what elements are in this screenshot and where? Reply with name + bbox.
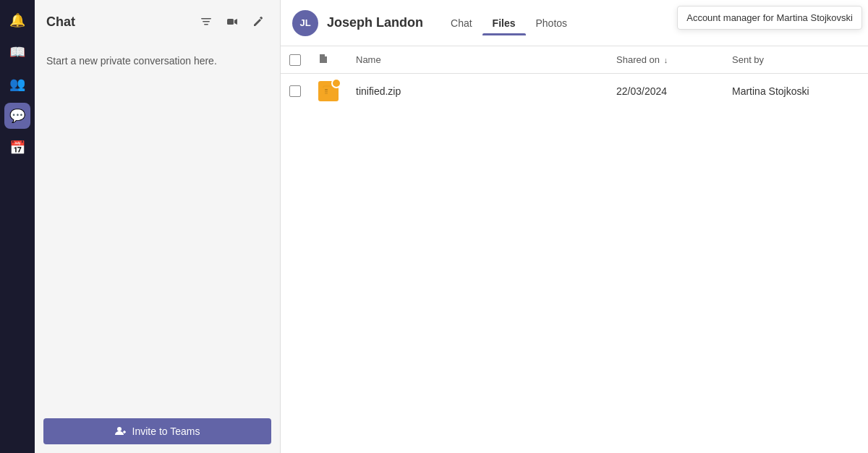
col-sent-label: Sent by bbox=[732, 54, 764, 65]
contact-name: Joseph Landon bbox=[327, 15, 423, 30]
main-panel: JL Joseph Landon Chat Files Photos bbox=[281, 0, 868, 453]
file-name-cell[interactable]: tinified.zip bbox=[347, 74, 608, 109]
people-icon[interactable]: 👥 bbox=[4, 71, 30, 97]
files-content: Name Shared on ↓ Sent by bbox=[281, 46, 868, 453]
chat-nav-icon[interactable]: 💬 bbox=[4, 103, 30, 129]
sidebar-header: Chat bbox=[35, 0, 280, 43]
svg-point-4 bbox=[117, 427, 122, 431]
sidebar-title: Chat bbox=[46, 14, 75, 30]
col-header-name[interactable]: Name bbox=[347, 46, 608, 74]
file-sender-cell: Martina Stojkoski bbox=[723, 74, 868, 109]
tab-chat[interactable]: Chat bbox=[441, 12, 482, 35]
contact-avatar: JL bbox=[292, 10, 318, 36]
svg-rect-5 bbox=[323, 87, 334, 96]
invite-icon bbox=[115, 426, 127, 437]
avatar-initials: JL bbox=[299, 17, 310, 28]
tooltip: Account manager for Martina Stojkovski bbox=[677, 6, 862, 30]
files-table: Name Shared on ↓ Sent by bbox=[281, 46, 868, 109]
left-nav: 🔔 📖 👥 💬 📅 bbox=[0, 0, 35, 453]
calendar-icon[interactable]: 📅 bbox=[4, 135, 30, 161]
sidebar: Chat Start a new privat bbox=[35, 0, 281, 453]
svg-rect-8 bbox=[325, 91, 328, 93]
tab-photos[interactable]: Photos bbox=[526, 12, 578, 35]
col-shared-label: Shared on bbox=[616, 54, 660, 65]
col-header-shared-on[interactable]: Shared on ↓ bbox=[608, 46, 723, 74]
file-date: 22/03/2024 bbox=[616, 85, 667, 97]
filter-icon bbox=[200, 16, 212, 27]
svg-rect-1 bbox=[203, 21, 210, 22]
invite-button-label: Invite to Teams bbox=[132, 426, 200, 437]
table-row: tinified.zip 22/03/2024 Martina Stojkosk… bbox=[281, 74, 868, 109]
compose-icon bbox=[252, 16, 264, 27]
tooltip-text: Account manager for Martina Stojkovski bbox=[686, 12, 853, 23]
sidebar-actions bbox=[196, 12, 268, 32]
sidebar-empty-text: Start a new private conversation here. bbox=[35, 43, 280, 78]
svg-rect-7 bbox=[325, 89, 328, 90]
invite-to-teams-button[interactable]: Invite to Teams bbox=[43, 418, 271, 444]
file-icon-wrapper bbox=[318, 81, 339, 101]
video-icon bbox=[226, 16, 238, 27]
col-header-sent-by: Sent by bbox=[723, 46, 868, 74]
header-tabs: Chat Files Photos bbox=[441, 12, 577, 35]
svg-rect-2 bbox=[204, 24, 208, 25]
select-all-checkbox[interactable] bbox=[289, 54, 301, 66]
row-checkbox[interactable] bbox=[289, 85, 301, 97]
bell-icon[interactable]: 🔔 bbox=[4, 7, 30, 33]
svg-rect-3 bbox=[227, 19, 234, 25]
file-name: tinified.zip bbox=[356, 85, 401, 97]
file-date-cell: 22/03/2024 bbox=[608, 74, 723, 109]
svg-rect-9 bbox=[325, 93, 328, 95]
col-name-label: Name bbox=[356, 54, 381, 65]
video-call-button[interactable] bbox=[222, 12, 242, 32]
compose-button[interactable] bbox=[248, 12, 268, 32]
book-icon[interactable]: 📖 bbox=[4, 39, 30, 65]
svg-rect-0 bbox=[201, 18, 211, 20]
sort-arrow-icon: ↓ bbox=[664, 56, 668, 64]
filter-button[interactable] bbox=[196, 12, 216, 32]
zip-file-icon bbox=[318, 81, 339, 101]
file-type-header-icon bbox=[318, 54, 328, 64]
file-sender: Martina Stojkoski bbox=[732, 85, 809, 97]
tab-files[interactable]: Files bbox=[482, 12, 526, 35]
